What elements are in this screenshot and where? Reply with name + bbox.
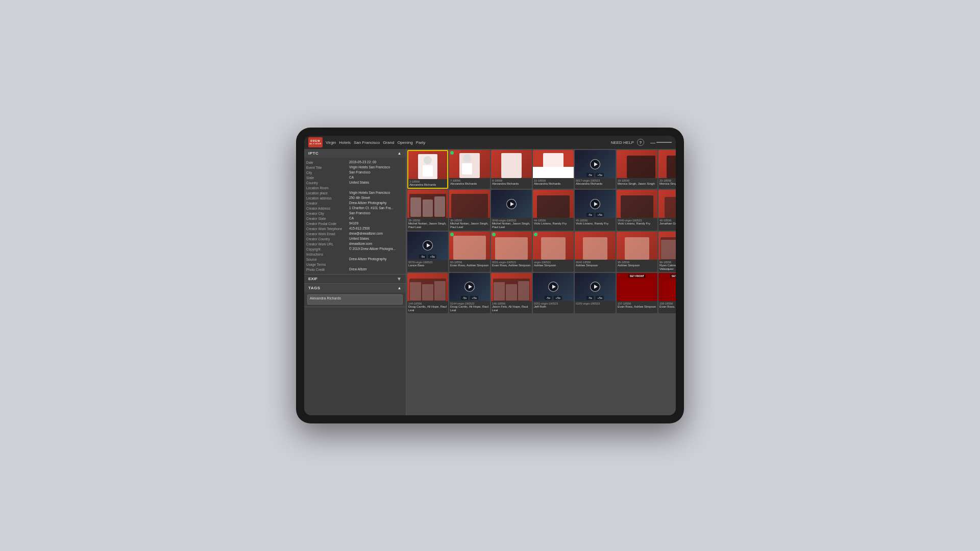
green-dot-icon-2 [450, 233, 454, 236]
photo-cell-1-5[interactable]: -5s +5s 0017-virgin-190523 Alexandra Ric… [575, 150, 616, 189]
photo-cell-2-4[interactable]: 44-18556 Vicki Livianu, Randy Fry [533, 190, 574, 230]
field-label-photo-credit: Photo Credit [306, 267, 347, 271]
field-value-creator-postal: 94109 [349, 221, 404, 226]
play-button-icon-8[interactable] [548, 282, 558, 292]
video-plus-7[interactable]: +5s [554, 296, 562, 300]
iptc-header[interactable]: IPTC ▲ [304, 149, 406, 158]
nav-san-francisco[interactable]: San Francisco [354, 140, 380, 145]
nav-opening[interactable]: Opening [397, 140, 412, 145]
photo-cell-2-2[interactable]: 30-18556 Michel Nottan, Jason Singh, Pau… [449, 190, 490, 230]
video-minus-6[interactable]: -5s [461, 296, 468, 300]
photo-cell-4-7[interactable]: SET FRONT 158-18556 Evan Ross, Ashlee Si… [658, 273, 676, 313]
photo-cell-4-2[interactable]: -5s +5s 0144-virgin-190523 Doug Carrilo,… [449, 273, 490, 313]
play-button-icon-9[interactable] [590, 282, 600, 292]
svg-rect-1 [423, 165, 433, 177]
photo-cell-2-3[interactable]: 0040-virgin-190523 Michel Nottan, Jason … [491, 190, 532, 230]
photo-cell-2-6[interactable]: 0046-virgin-190523 Vicki Livianu, Randy … [617, 190, 657, 230]
tablet-frame: DREW ALTIZER Virgin Hotels San Francisco… [296, 128, 684, 423]
field-value-creator-state: CA [349, 216, 404, 220]
field-creator-email: Creator Work Email drew@drewaltizer.com [304, 231, 406, 236]
field-value-location-address: 250 4th Street [349, 196, 404, 200]
video-plus-8[interactable]: +5s [596, 296, 604, 300]
play-button-icon-6[interactable] [423, 240, 433, 251]
photo-cell-2-5[interactable]: -5s +5s 45-18556 Vicki Livianu, Randy Fr… [575, 190, 616, 230]
field-label-event: Event Title [306, 165, 347, 169]
zoom-slider[interactable] [656, 142, 672, 143]
nav-virgin[interactable]: Virgin [326, 140, 336, 145]
video-plus-6[interactable]: +5s [470, 296, 478, 300]
video-minus-5[interactable]: -5s [419, 255, 426, 259]
video-minus-3[interactable]: -5s [586, 213, 594, 217]
photo-cell-3-3[interactable]: 0031-virgin-190521 Evan Ross, Ashlee Sim… [491, 232, 532, 272]
photo-cell-4-3[interactable]: 146-18556 Jason Fels, Ali Hope, Raul Lea… [491, 273, 532, 313]
play-button-icon-7[interactable] [464, 282, 475, 292]
field-usage-terms: Usage Terms [304, 262, 406, 267]
green-dot-icon-3 [492, 233, 496, 236]
photo-cell-3-2[interactable]: 83-18556 Evan Ross, Ashlee Simpson [449, 232, 490, 272]
play-button-icon-4[interactable] [590, 199, 600, 209]
svg-point-0 [424, 156, 432, 164]
iptc-toggle-icon[interactable]: ▲ [398, 151, 402, 156]
nav-grand[interactable]: Grand [383, 140, 394, 145]
nav-hotels[interactable]: Hotels [339, 140, 351, 145]
photo-cell-1-3[interactable]: 9-18556 Alexandra Richards [491, 150, 532, 189]
photo-cell-3-6[interactable]: 95-18556 Ashlee Simpson [617, 232, 657, 272]
photo-cell-3-7[interactable]: 99-18556 Ryan Cabrera, Tatiane Velasquez [658, 232, 676, 272]
tag-input-area[interactable]: Alexandra Richards [307, 294, 403, 305]
photo-cell-3-1[interactable]: -5s +5s 0078-virgin-190523 Lance Bass [407, 232, 448, 272]
video-controls: -5s +5s [575, 173, 616, 177]
app-logo[interactable]: DREW ALTIZER [308, 137, 323, 147]
field-source: Source Drew Altizer Photography [304, 257, 406, 262]
field-label-creator-address: Creator Address [306, 206, 347, 210]
field-label-state: State [306, 176, 347, 180]
field-value-instructions [349, 252, 404, 256]
photo-cell-3-4[interactable]: virgin-190521 Ashlee Simpson [533, 232, 574, 272]
field-label-city: City [306, 170, 347, 174]
video-plus-3[interactable]: +5s [596, 213, 604, 217]
field-value-state: CA [349, 176, 404, 180]
photo-cell-1-4[interactable]: 10-18556 Alexandra Richards [533, 150, 574, 189]
field-value-copyright: © 2019 Drew Altizer Photogra... [349, 247, 404, 251]
video-controls-8: -5s +5s [575, 296, 616, 300]
exif-toggle-icon[interactable]: ▼ [397, 276, 402, 282]
field-label-date: Date [306, 160, 347, 164]
iptc-label: IPTC [308, 151, 318, 156]
video-minus-8[interactable]: -5s [586, 296, 594, 300]
green-dot-icon [450, 151, 454, 155]
exif-label: EXIF [308, 277, 317, 281]
field-label-creator-url: Creator Work URL [306, 242, 347, 246]
field-location-room: Location Room [304, 185, 406, 190]
video-minus-btn[interactable]: -5s [586, 173, 594, 177]
tags-toggle-icon[interactable]: ▲ [398, 286, 402, 290]
play-button-icon-3[interactable] [506, 199, 517, 209]
photo-cell-1-1[interactable]: 2-18556 Alexandra Richards [407, 150, 448, 189]
field-creator-url: Creator Work URL drewaltizer.com [304, 241, 406, 246]
photo-cell-4-4[interactable]: -5s +5s 0151-virgin-190523 Jeff Roth [533, 273, 574, 313]
field-label-creator-state: Creator State [306, 216, 347, 220]
zoom-controls: — [650, 140, 672, 145]
play-button-icon[interactable] [590, 159, 600, 169]
photo-cell-1-7[interactable]: 20-18556 Monica Singh, Jason Singh [658, 150, 676, 189]
photo-cell-1-2[interactable]: 7-18556 Alexandra Richards [449, 150, 490, 189]
field-creator-city: Creator City San Francisco [304, 211, 406, 216]
photo-cell-4-5[interactable]: -5s +5s 0155-virgin-190523 [575, 273, 616, 313]
video-plus-5[interactable]: +5s [428, 255, 436, 259]
zoom-out-button[interactable]: — [650, 140, 655, 145]
tags-header[interactable]: TAGS ▲ [304, 284, 406, 292]
photo-cell-1-6[interactable]: 18-18556 Monica Singh, Jason Singh [617, 150, 657, 189]
nav-party[interactable]: Party [416, 140, 426, 145]
photo-cell-4-6[interactable]: SET FRONT 157-18556 Evan Ross, Ashlee Si… [617, 273, 657, 313]
exif-header[interactable]: EXIF ▼ [304, 274, 406, 283]
photo-cell-3-5[interactable]: 0040-18556 Ashlee Simpson [575, 232, 616, 272]
photo-cell-4-1[interactable]: 144-18556 Doug Carrilo, Ali Hope, Raul L… [407, 273, 448, 313]
photo-cell-2-7[interactable]: 40-18556 Jonathan Goldsmith, ? [658, 190, 676, 230]
help-button[interactable]: ? [637, 139, 644, 146]
video-plus-btn[interactable]: +5s [596, 173, 604, 177]
photo-cell-2-1[interactable]: 28-18556 Michel Nottan, Jason Singh, Pau… [407, 190, 448, 230]
video-minus-7[interactable]: -5s [545, 296, 552, 300]
field-value-creator-city: San Francisco [349, 211, 404, 215]
field-label-creator-postal: Creator Postal Code [306, 221, 347, 226]
field-value-city: San Francisco [349, 170, 404, 174]
video-controls-5: -5s +5s [407, 255, 448, 259]
field-label-instructions: Instructions [306, 252, 347, 256]
